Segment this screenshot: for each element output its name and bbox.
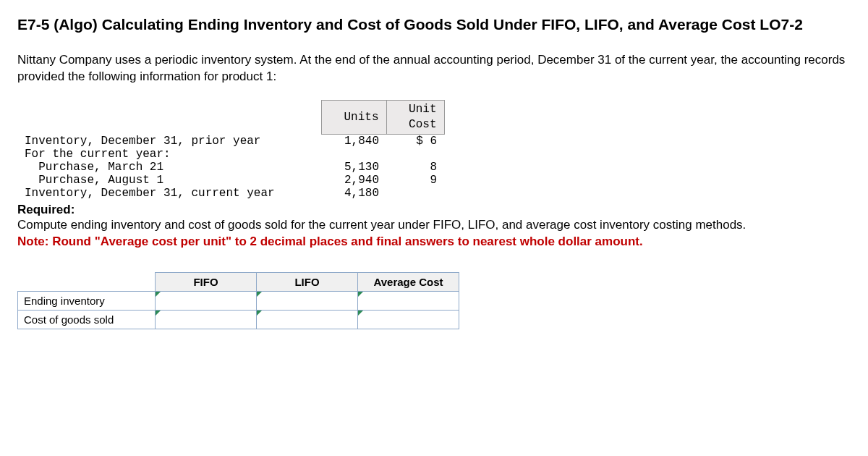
input-cogs-avg[interactable] bbox=[358, 310, 459, 329]
answer-input-table: FIFO LIFO Average Cost Ending inventory … bbox=[17, 272, 459, 329]
note-text: Note: Round "Average cost per unit" to 2… bbox=[17, 234, 851, 250]
row-label-cogs: Cost of goods sold bbox=[18, 310, 156, 329]
corner-triangle-icon bbox=[156, 311, 161, 316]
answer-header-avg: Average Cost bbox=[358, 272, 459, 291]
corner-triangle-icon bbox=[257, 311, 262, 316]
inventory-data-table: Units Unit Cost Inventory, December 31, … bbox=[17, 100, 445, 200]
required-text: Compute ending inventory and cost of goo… bbox=[17, 217, 851, 234]
input-ending-fifo[interactable] bbox=[156, 291, 257, 310]
header-unit-cost: Unit Cost bbox=[386, 101, 444, 135]
table-row: Purchase, August 1 2,940 9 bbox=[17, 174, 444, 187]
corner-triangle-icon bbox=[358, 311, 363, 316]
answer-header-fifo: FIFO bbox=[156, 272, 257, 291]
header-units: Units bbox=[321, 101, 386, 135]
table-row: For the current year: bbox=[17, 148, 444, 161]
table-row: Purchase, March 21 5,130 8 bbox=[17, 161, 444, 174]
input-cogs-fifo[interactable] bbox=[156, 310, 257, 329]
answer-header-lifo: LIFO bbox=[257, 272, 358, 291]
input-ending-lifo[interactable] bbox=[257, 291, 358, 310]
problem-title: E7-5 (Algo) Calculating Ending Inventory… bbox=[17, 14, 851, 35]
table-row: Inventory, December 31, prior year 1,840… bbox=[17, 134, 444, 148]
input-ending-avg[interactable] bbox=[358, 291, 459, 310]
input-cogs-lifo[interactable] bbox=[257, 310, 358, 329]
corner-triangle-icon bbox=[358, 292, 363, 297]
required-label: Required: bbox=[17, 203, 851, 217]
table-row: Inventory, December 31, current year 4,1… bbox=[17, 187, 444, 200]
corner-triangle-icon bbox=[257, 292, 262, 297]
problem-description: Nittany Company uses a periodic inventor… bbox=[17, 52, 851, 85]
row-label-ending-inventory: Ending inventory bbox=[18, 291, 156, 310]
corner-triangle-icon bbox=[156, 292, 161, 297]
